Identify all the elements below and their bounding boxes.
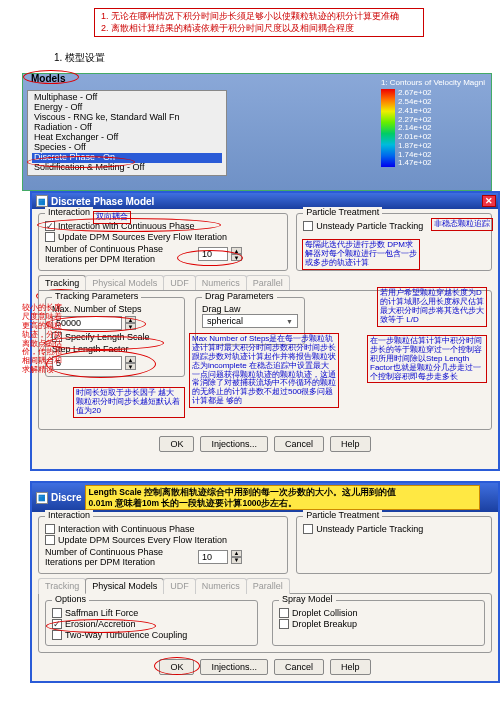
field-label: Number of Continuous Phase Iterations pe… <box>45 244 195 264</box>
top-note: 1. 无论在哪种情况下积分时间步长须足够小以使颗粒轨迹的积分计算更准确 2. 离… <box>94 8 424 37</box>
group-legend: Tracking Parameters <box>52 291 141 301</box>
cancel-button[interactable]: Cancel <box>274 436 324 452</box>
help-button[interactable]: Help <box>330 436 371 452</box>
highlight-oval-ok <box>154 657 200 675</box>
group-options: Options Saffman Lift Force ✓Erosion/Accr… <box>45 600 258 646</box>
button-row: OK Injections... Cancel Help <box>38 659 492 675</box>
group-legend: Options <box>52 594 89 604</box>
dpm-window-2: ▦ Discre Length Scale 控制离散相轨迹综合中用到的每一次步数… <box>30 481 500 682</box>
drag-law-label: Drag Law <box>202 304 298 314</box>
group-legend: Interaction <box>45 207 93 217</box>
nci-input[interactable]: 10 <box>198 550 228 564</box>
tab-udf[interactable]: UDF <box>163 275 196 291</box>
tabs: Tracking Physical Models UDF Numerics Pa… <box>38 578 492 594</box>
chk-droplet-breakup[interactable]: Droplet Breakup <box>279 619 478 629</box>
window-title: Discre <box>51 492 82 503</box>
yellow-note: Length Scale 控制离散相轨迹综合中用到的每一次步数的大小。这儿用到的… <box>85 485 480 509</box>
tab-numerics[interactable]: Numerics <box>195 578 247 594</box>
legend-val: 2.41e+02 <box>398 107 432 115</box>
anno-user-d: 若用户希望颗粒穿越长度为D的计算域那么用长度标尺估算最大积分时间步将其迭代步大致… <box>377 287 487 326</box>
note-line-2: 2. 离散相计算结果的精读依赖于积分时间尺度以及相间耦合程度 <box>101 23 417 35</box>
button-row: OK Injections... Cancel Help <box>38 436 492 452</box>
ok-button[interactable]: OK <box>159 436 194 452</box>
tab-parallel[interactable]: Parallel <box>246 578 290 594</box>
help-button[interactable]: Help <box>330 659 371 675</box>
field-nci: Number of Continuous Phase Iterations pe… <box>45 547 281 567</box>
chk-label: Interaction with Continuous Phase <box>58 524 195 534</box>
note-line-1: 1. 无论在哪种情况下积分时间步长须足够小以使颗粒轨迹的积分计算更准确 <box>101 11 417 23</box>
field-label: Number of Continuous Phase Iterations pe… <box>45 547 195 567</box>
anno-every-iteration: 每隔此迭代步进行步数 DPM求解器对每个颗粒进行一包含一步或多步的轨迹计算 <box>302 239 420 269</box>
anno-slfactor: 在一步颗粒估算计算中积分时间步长的等于颗粒穿过一个控制容积所用时间除以Step … <box>367 335 487 383</box>
highlight-oval-erosion <box>46 619 156 633</box>
drag-law-select[interactable]: spherical▼ <box>202 314 298 328</box>
ybox-l1: Length Scale 控制离散相轨迹综合中用到的每一次步数的大小。这儿用到的… <box>89 487 476 497</box>
tab-tracking[interactable]: Tracking <box>38 578 86 594</box>
tab-parallel[interactable]: Parallel <box>246 275 290 291</box>
anno-max-n: Max Number of Steps是在每一步颗粒轨迹计算时最大积分时间步数积… <box>189 333 339 407</box>
window-title: Discrete Phase Model <box>51 196 154 207</box>
anno-unsteady: 非稳态颗粒追踪 <box>431 218 493 231</box>
injections-button[interactable]: Injections... <box>200 436 268 452</box>
group-interaction: Interaction 双向耦合 ✓Interaction with Conti… <box>38 213 288 271</box>
chk-saffman[interactable]: Saffman Lift Force <box>52 608 251 618</box>
injections-button[interactable]: Injections... <box>200 659 268 675</box>
titlebar[interactable]: ▦ Discre Length Scale 控制离散相轨迹综合中用到的每一次步数… <box>32 483 498 511</box>
group-legend: Drag Parameters <box>202 291 277 301</box>
section-title: 1. 模型设置 <box>54 51 490 65</box>
legend-val: 2.01e+02 <box>398 133 432 141</box>
chk-interaction-continuous[interactable]: Interaction with Continuous Phase <box>45 524 281 534</box>
tab-physical[interactable]: Physical Models <box>85 275 164 291</box>
group-legend: Particle Treatment <box>303 510 382 520</box>
anno-interval: 时间长短取于步长因子 越大颗粒积分时间步长越短默认着值为20 <box>73 387 185 417</box>
legend-val: 1.47e+02 <box>398 159 432 167</box>
chk-label: Saffman Lift Force <box>65 608 138 618</box>
color-bar <box>381 89 395 167</box>
app-icon: ▦ <box>36 492 48 504</box>
spinner[interactable]: ▲▼ <box>231 550 242 564</box>
chk-update-dpm[interactable]: Update DPM Sources Every Flow Iteration <box>45 232 281 242</box>
chk-droplet-collision[interactable]: Droplet Collision <box>279 608 478 618</box>
ybox-l2: 0.01m 意味着10m 长的一段轨迹要计算1000步左右。 <box>89 498 476 508</box>
group-legend: Spray Model <box>279 594 336 604</box>
tab-udf[interactable]: UDF <box>163 578 196 594</box>
legend-val: 1.87e+02 <box>398 142 432 150</box>
group-spray: Spray Model Droplet Collision Droplet Br… <box>272 600 485 646</box>
group-tracking-params: Tracking Parameters Max. Number of Steps… <box>45 297 185 377</box>
chk-label: Unsteady Particle Tracking <box>316 524 423 534</box>
chk-label: Update DPM Sources Every Flow Iteration <box>58 232 227 242</box>
chevron-down-icon: ▼ <box>286 318 293 325</box>
chk-unsteady-tracking[interactable]: Unsteady Particle Tracking <box>303 524 485 534</box>
contour-legend: 1: Contours of Velocity Magni 2.67e+02 2… <box>381 78 485 167</box>
group-particle-treatment: Particle Treatment Unsteady Particle Tra… <box>296 516 492 574</box>
chk-label: Update DPM Sources Every Flow Iteration <box>58 535 227 545</box>
legend-val: 2.54e+02 <box>398 98 432 106</box>
models-panel: Models Multiphase - Off Energy - Off Vis… <box>22 73 492 191</box>
group-legend: Interaction <box>45 510 93 520</box>
tab-physical[interactable]: Physical Models <box>85 578 164 594</box>
chk-label: Unsteady Particle Tracking <box>316 221 423 231</box>
close-icon[interactable]: ✕ <box>482 195 496 207</box>
group-legend: Particle Treatment <box>303 207 382 217</box>
app-icon: ▦ <box>36 195 48 207</box>
chk-update-dpm[interactable]: Update DPM Sources Every Flow Iteration <box>45 535 281 545</box>
chk-label: Droplet Collision <box>292 608 358 618</box>
cancel-button[interactable]: Cancel <box>274 659 324 675</box>
select-value: spherical <box>207 316 243 326</box>
titlebar[interactable]: ▦ Discrete Phase Model ✕ <box>32 193 498 209</box>
margin-note-left: 较小的长度尺度意味着更高的颗粒轨迹，分段离散点的估价，传热和相间耦合和求解精读 <box>20 303 66 375</box>
group-interaction: Interaction Interaction with Continuous … <box>38 516 288 574</box>
legend-title: 1: Contours of Velocity Magni <box>381 78 485 87</box>
field-nci: Number of Continuous Phase Iterations pe… <box>45 244 281 264</box>
tab-numerics[interactable]: Numerics <box>195 275 247 291</box>
tracking-tab-body: Tracking Parameters Max. Number of Steps… <box>38 290 492 430</box>
dpm-window-1: ▦ Discrete Phase Model ✕ Interaction 双向耦… <box>30 191 500 471</box>
max-steps-label: Max. Number of Steps <box>52 304 178 314</box>
chk-label: Droplet Breakup <box>292 619 357 629</box>
physical-tab-body: Options Saffman Lift Force ✓Erosion/Accr… <box>38 593 492 653</box>
